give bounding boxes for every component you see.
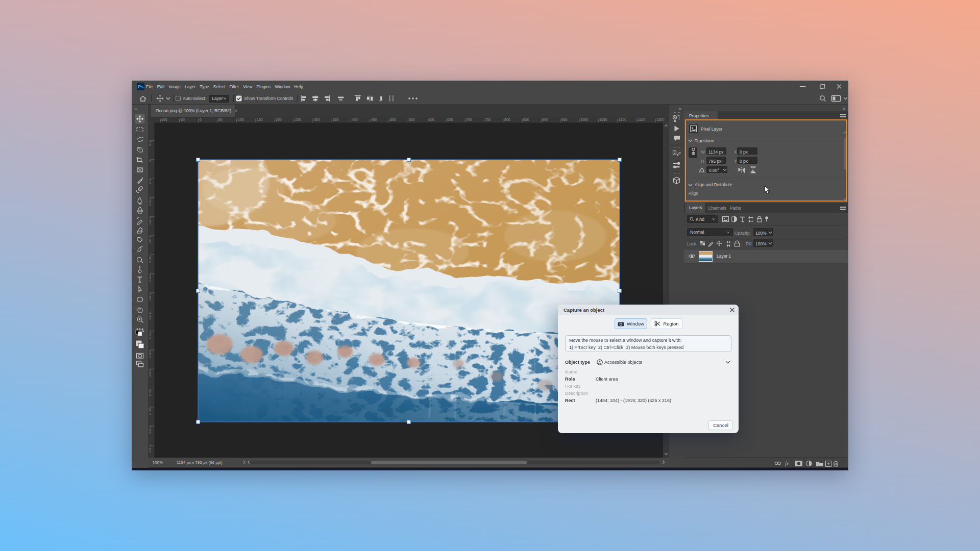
svg-text:300: 300 [314, 118, 320, 121]
svg-text:800: 800 [504, 118, 510, 121]
svg-text:400: 400 [352, 118, 358, 121]
svg-text:450: 450 [371, 118, 377, 121]
svg-text:1200: 1200 [656, 118, 665, 121]
svg-text:650: 650 [149, 407, 152, 415]
svg-text:50: 50 [218, 118, 223, 121]
svg-text:450: 450 [149, 331, 152, 339]
svg-text:250: 250 [295, 118, 301, 121]
svg-text:0: 0 [200, 118, 202, 121]
svg-text:400: 400 [149, 312, 152, 319]
svg-text:500: 500 [390, 118, 396, 121]
svg-text:600: 600 [149, 388, 152, 396]
svg-text:550: 550 [149, 369, 152, 377]
svg-text:300: 300 [149, 274, 152, 282]
svg-text:750: 750 [485, 118, 491, 121]
svg-text:650: 650 [447, 118, 453, 121]
svg-text:700: 700 [149, 426, 152, 434]
svg-text:200: 200 [276, 118, 282, 121]
svg-text:250: 250 [149, 255, 152, 263]
svg-text:200: 200 [149, 236, 152, 243]
svg-text:1000: 1000 [580, 118, 589, 121]
svg-text:850: 850 [523, 118, 529, 121]
svg-text:500: 500 [149, 350, 152, 358]
svg-text:550: 550 [409, 118, 415, 121]
svg-text:900: 900 [542, 118, 548, 121]
svg-text:600: 600 [428, 118, 434, 121]
svg-text:950: 950 [561, 118, 568, 121]
svg-text:50: 50 [181, 118, 185, 121]
svg-text:100: 100 [238, 118, 244, 121]
svg-text:50: 50 [149, 141, 152, 146]
svg-text:700: 700 [466, 118, 472, 121]
svg-text:1150: 1150 [638, 118, 645, 121]
svg-text:350: 350 [333, 118, 339, 121]
svg-text:350: 350 [149, 293, 152, 300]
svg-text:0: 0 [149, 160, 152, 162]
svg-text:100: 100 [161, 118, 167, 121]
svg-text:750: 750 [149, 445, 152, 453]
svg-text:50: 50 [149, 179, 152, 184]
svg-text:1050: 1050 [599, 118, 607, 121]
svg-text:100: 100 [149, 198, 152, 206]
svg-text:150: 150 [149, 217, 152, 224]
svg-text:150: 150 [257, 118, 263, 121]
svg-text:Ps: Ps [138, 84, 143, 89]
svg-text:fx: fx [785, 461, 789, 466]
svg-text:1100: 1100 [619, 118, 626, 121]
